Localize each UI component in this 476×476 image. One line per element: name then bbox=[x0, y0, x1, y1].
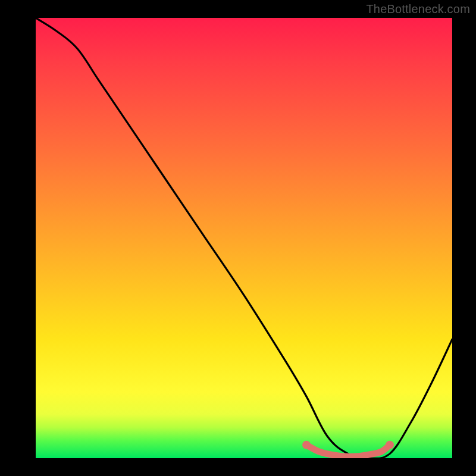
main-curve-line bbox=[36, 18, 452, 458]
watermark-text: TheBottleneck.com bbox=[366, 2, 470, 16]
marker-band-end-dot bbox=[386, 441, 394, 449]
marker-band-end-dot bbox=[302, 441, 311, 449]
marker-band-line bbox=[306, 445, 390, 457]
chart-plot-area bbox=[36, 18, 452, 458]
chart-svg-layer bbox=[36, 18, 452, 458]
